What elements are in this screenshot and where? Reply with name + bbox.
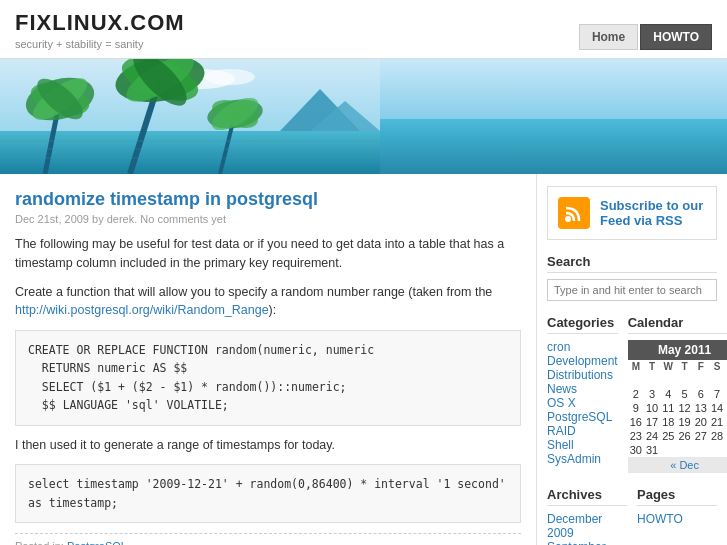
rss-label[interactable]: Subscribe to our Feed via RSS	[600, 198, 706, 228]
nav-home[interactable]: Home	[579, 24, 638, 50]
calendar-month: May 2011	[628, 340, 727, 360]
category-link[interactable]: PostgreSQL	[547, 410, 618, 424]
post-meta: Dec 21st, 2009 by derek. No comments yet	[15, 213, 521, 225]
wiki-link[interactable]: http://wiki.postgresql.org/wiki/Random_R…	[15, 303, 269, 317]
calendar-footer: « Dec	[628, 457, 727, 473]
category-link[interactable]: Distributions	[547, 368, 618, 382]
category-link[interactable]: Development	[547, 354, 618, 368]
categories-list: cronDevelopmentDistributionsNewsOS XPost…	[547, 340, 618, 466]
category-link[interactable]: SysAdmin	[547, 452, 618, 466]
archive-link[interactable]: September 2006	[547, 540, 627, 545]
svg-rect-2	[0, 131, 380, 174]
archives-title: Archives	[547, 487, 627, 506]
page-link[interactable]: HOWTO	[637, 512, 717, 526]
site-tagline: security + stability = sanity	[15, 38, 185, 50]
category-link[interactable]: cron	[547, 340, 618, 354]
pages-title: Pages	[637, 487, 717, 506]
pages-list: HOWTO	[637, 512, 717, 526]
post-content: The following may be useful for test dat…	[15, 235, 521, 320]
banner	[0, 59, 727, 174]
post-category-link[interactable]: PostgreSQL	[67, 540, 127, 545]
rss-icon	[558, 197, 590, 229]
nav: Home HOWTO	[579, 24, 712, 50]
post-body-2: Create a function that will allow you to…	[15, 283, 521, 321]
nav-howto[interactable]: HOWTO	[640, 24, 712, 50]
post-title: randomize timestamp in postgresql	[15, 189, 521, 210]
post-body-3-wrapper: I then used it to generate a range of ti…	[15, 436, 521, 455]
code-block-1: CREATE OR REPLACE FUNCTION random(numeri…	[15, 330, 521, 426]
search-title: Search	[547, 254, 717, 273]
sidebar: Subscribe to our Feed via RSS Search Cat…	[537, 174, 727, 545]
categories-calendar-row: Categories cronDevelopmentDistributionsN…	[547, 315, 717, 487]
categories-title: Categories	[547, 315, 618, 334]
archive-link[interactable]: December 2009	[547, 512, 627, 540]
cal-prev[interactable]: « Dec	[670, 459, 699, 471]
calendar: May 2011 MTWTFSS 12345678910111213141516…	[628, 340, 727, 473]
post-body-1: The following may be useful for test dat…	[15, 235, 521, 273]
category-link[interactable]: Shell	[547, 438, 618, 452]
code-block-2: select timestamp '2009-12-21' + random(0…	[15, 464, 521, 523]
archives-pages-row: Archives December 2009September 2006 Pag…	[547, 487, 717, 545]
rss-box: Subscribe to our Feed via RSS	[547, 186, 717, 240]
banner-svg	[0, 59, 380, 174]
post: randomize timestamp in postgresql Dec 21…	[15, 189, 521, 545]
svg-point-6	[205, 69, 255, 85]
categories-section: Categories cronDevelopmentDistributionsN…	[547, 315, 618, 473]
archives-section: Archives December 2009September 2006	[547, 487, 627, 545]
content-wrapper: randomize timestamp in postgresql Dec 21…	[0, 174, 727, 545]
main-content: randomize timestamp in postgresql Dec 21…	[0, 174, 537, 545]
search-section: Search	[547, 254, 717, 301]
category-link[interactable]: News	[547, 382, 618, 396]
archives-list: December 2009September 2006	[547, 512, 627, 545]
search-input[interactable]	[547, 279, 717, 301]
header: FIXLINUX.COM security + stability = sani…	[0, 0, 727, 59]
calendar-section: Calendar May 2011 MTWTFSS 12345678910111…	[628, 315, 727, 473]
category-link[interactable]: RAID	[547, 424, 618, 438]
calendar-table: MTWTFSS 12345678910111213141516171819202…	[628, 360, 727, 457]
calendar-title: Calendar	[628, 315, 727, 334]
pages-section: Pages HOWTO	[637, 487, 717, 545]
site-info: FIXLINUX.COM security + stability = sani…	[15, 10, 185, 50]
post-body-3: I then used it to generate a range of ti…	[15, 436, 521, 455]
site-title: FIXLINUX.COM	[15, 10, 185, 36]
category-link[interactable]: OS X	[547, 396, 618, 410]
post-footer: Posted in: PostgreSQL.	[15, 533, 521, 545]
svg-point-25	[565, 216, 571, 222]
